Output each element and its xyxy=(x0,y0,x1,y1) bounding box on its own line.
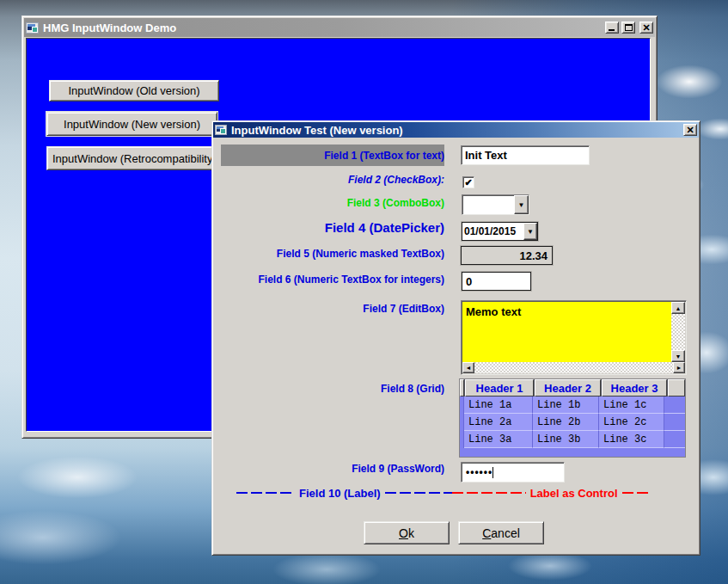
checkmark-icon: ✔ xyxy=(464,178,472,187)
grid-row-filler xyxy=(664,431,685,448)
field8-label: Field 8 (Grid) xyxy=(212,383,444,395)
red-dash-line xyxy=(622,492,652,494)
grid-cell[interactable]: Line 1a xyxy=(464,397,533,414)
grid-cell[interactable]: Line 2c xyxy=(599,414,664,431)
desktop-wallpaper: { "main_window": { "title": "HMG InputWi… xyxy=(0,0,728,584)
field10-row: Field 10 (Label) Label as Control xyxy=(236,486,652,500)
field4-value: 01/01/2015 xyxy=(462,223,523,240)
grid-header-filler xyxy=(668,379,685,397)
field3-value xyxy=(462,195,514,214)
grid-cell[interactable]: Line 2b xyxy=(533,414,599,431)
inputwindow-old-version-button[interactable]: InputWindow (Old version) xyxy=(49,80,219,101)
editbox-hscrollbar[interactable]: ◄ ► xyxy=(462,362,685,373)
close-icon[interactable]: ✕ xyxy=(639,22,653,34)
field4-label: Field 4 (DatePicker) xyxy=(212,220,444,235)
main-window-title: HMG InputWindow Demo xyxy=(41,22,603,34)
inputwindow-test-dialog: InputWindow Test (New version) ✕ Field 1… xyxy=(211,120,700,556)
hscroll-track[interactable] xyxy=(474,362,673,373)
field10-control-label: Label as Control xyxy=(530,487,618,500)
field5-value: 12.34 xyxy=(519,249,548,262)
grid-header-2[interactable]: Header 2 xyxy=(535,379,601,397)
field7-value: Memo text xyxy=(466,305,521,318)
field6-value: 0 xyxy=(466,275,472,288)
ok-button[interactable]: Ok xyxy=(364,521,450,544)
field7-label: Field 7 (EditBox) xyxy=(212,303,444,315)
blue-dash-line xyxy=(236,492,295,494)
scroll-right-icon[interactable]: ► xyxy=(673,362,685,373)
grid-cell[interactable]: Line 2a xyxy=(464,414,533,431)
grid-cell[interactable]: Line 1c xyxy=(599,397,664,414)
field6-integer-textbox[interactable]: 0 xyxy=(462,272,531,291)
field9-label: Field 9 (PassWord) xyxy=(212,463,444,475)
grid-cell[interactable]: Line 3a xyxy=(464,431,533,448)
field4-datepicker[interactable]: 01/01/2015 ▼ xyxy=(462,222,538,241)
field1-value: Init Text xyxy=(465,149,507,162)
scroll-down-icon[interactable]: ▼ xyxy=(671,350,685,362)
grid-row-filler xyxy=(664,414,685,431)
field10-label: Field 10 (Label) xyxy=(299,487,381,500)
blue-dash-line xyxy=(385,492,452,494)
grid-header-row: Header 1 Header 2 Header 3 xyxy=(460,379,685,397)
scroll-up-icon[interactable]: ▲ xyxy=(671,302,685,314)
field9-password-textbox[interactable]: •••••• xyxy=(461,462,565,483)
editbox-vscrollbar[interactable]: ▲ ▼ xyxy=(671,302,685,362)
grid-row-1[interactable]: Line 1a Line 1b Line 1c xyxy=(460,397,685,414)
field3-combobox[interactable]: ▼ xyxy=(462,194,529,215)
grid-cell[interactable]: Line 3b xyxy=(533,431,599,448)
dialog-title: InputWindow Test (New version) xyxy=(229,124,681,137)
grid-row-filler xyxy=(664,397,685,414)
field3-label: Field 3 (ComboBox) xyxy=(212,197,444,209)
grid-header-1[interactable]: Header 1 xyxy=(465,379,534,397)
maximize-icon[interactable] xyxy=(621,22,635,34)
field5-label: Field 5 (Numeric masked TextBox) xyxy=(212,248,444,260)
dialog-close-icon[interactable]: ✕ xyxy=(683,124,697,136)
dialog-window-icon xyxy=(215,125,227,135)
combobox-dropdown-icon[interactable]: ▼ xyxy=(514,195,529,214)
datepicker-dropdown-icon[interactable]: ▼ xyxy=(523,223,537,240)
field1-label-bar: Field 1 (TextBox for text) xyxy=(221,144,444,166)
red-dash-line xyxy=(452,492,526,494)
field1-label: Field 1 (TextBox for text) xyxy=(324,150,444,162)
field5-masked-textbox[interactable]: 12.34 xyxy=(461,246,553,265)
field6-label: Field 6 (Numeric TextBox for integers) xyxy=(212,274,444,286)
text-caret xyxy=(492,467,493,478)
grid-header-3[interactable]: Header 3 xyxy=(602,379,667,397)
scroll-left-icon[interactable]: ◄ xyxy=(462,362,474,373)
cancel-button[interactable]: Cancel xyxy=(458,521,544,544)
grid-row-3[interactable]: Line 3a Line 3b Line 3c xyxy=(460,431,685,448)
grid-cell[interactable]: Line 3c xyxy=(599,431,664,448)
grid-cell[interactable]: Line 1b xyxy=(533,397,599,414)
minimize-icon[interactable] xyxy=(605,22,619,34)
field9-value: •••••• xyxy=(466,466,492,478)
field8-grid[interactable]: Header 1 Header 2 Header 3 Line 1a Line … xyxy=(459,378,686,458)
vscroll-track[interactable] xyxy=(671,314,685,350)
grid-corner xyxy=(460,379,464,397)
app-window-icon xyxy=(26,22,39,34)
field1-textbox[interactable]: Init Text xyxy=(461,145,590,165)
inputwindow-retrocompatibility-button[interactable]: InputWindow (Retrocompatibility xyxy=(46,146,229,170)
field2-label: Field 2 (CheckBox): xyxy=(212,174,444,186)
field7-editbox[interactable]: Memo text ▲ ▼ ◄ ► xyxy=(461,300,687,375)
field2-checkbox[interactable]: ✔ xyxy=(462,176,474,188)
dialog-titlebar[interactable]: InputWindow Test (New version) ✕ xyxy=(213,122,699,138)
main-window-titlebar[interactable]: HMG InputWindow Demo ✕ xyxy=(24,18,655,37)
grid-row-2[interactable]: Line 2a Line 2b Line 2c xyxy=(460,414,685,431)
grid-empty-area xyxy=(460,448,685,457)
inputwindow-new-version-button[interactable]: InputWindow (New version) xyxy=(46,112,217,136)
field7-memo-area[interactable]: Memo text xyxy=(462,302,671,362)
